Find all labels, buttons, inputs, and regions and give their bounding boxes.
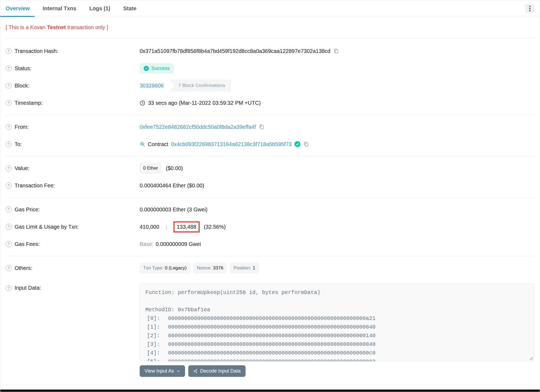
status-text: Success [151, 66, 170, 71]
tab-state[interactable]: State [123, 5, 136, 12]
status-badge: Success [140, 63, 174, 74]
row-transaction-fee: ? Transaction Fee: 0.000400464 Ether ($0… [6, 177, 534, 194]
row-label: Input Data: [15, 285, 41, 291]
kebab-menu-button[interactable] [525, 4, 534, 13]
warning-bold: Testnet [47, 24, 66, 30]
txn-type-badge: Txn Type: 0 (Legacy) [140, 263, 190, 273]
help-icon[interactable]: ? [6, 83, 12, 89]
badge-value: 3376 [213, 265, 223, 271]
row-label: Transaction Fee: [15, 183, 55, 189]
row-label: From: [15, 124, 29, 130]
to-address-link[interactable]: 0x4cb093f226983713164a62138c3f718a5b595f… [171, 141, 292, 147]
kebab-dot [529, 10, 531, 11]
input-word-row: [2]:000000000000000000000000000000000000… [145, 332, 529, 340]
row-timestamp: ? Timestamp: 33 secs ago (Mar-11-2022 03… [6, 94, 534, 111]
badge-label: Nonce: [197, 265, 212, 271]
row-label: Value: [15, 165, 29, 171]
badge-label: Txn Type: [143, 265, 163, 271]
label-transaction-hash: ? Transaction Hash: [6, 48, 140, 54]
usd-value-text: ($0.00) [166, 165, 183, 171]
help-icon[interactable]: ? [6, 183, 12, 188]
row-block: ? Block: 30328606 7 Block Confirmations [6, 77, 534, 94]
label-gas-fees: ? Gas Fees: [6, 241, 140, 247]
copy-icon[interactable] [303, 141, 309, 147]
help-icon[interactable]: ? [6, 141, 12, 147]
help-icon[interactable]: ? [6, 65, 12, 71]
row-label: Gas Price: [15, 207, 40, 213]
nonce-badge: Nonce: 3376 [193, 263, 227, 273]
help-icon[interactable]: ? [6, 48, 12, 54]
badge-value: 1 [253, 265, 255, 271]
label-to: ? To: [6, 141, 140, 147]
kebab-dot [529, 6, 531, 7]
decode-input-data-label: Decode Input Data [200, 368, 241, 374]
label-timestamp: ? Timestamp: [6, 100, 140, 106]
input-word-row: [0]:000000000000000000000000000000000000… [145, 314, 529, 323]
check-circle-icon [144, 66, 149, 71]
divider [6, 197, 534, 198]
input-data-textarea[interactable]: Function: performUpkeep(uint256 id, byte… [140, 283, 534, 361]
help-icon[interactable]: ? [6, 285, 12, 291]
resize-handle[interactable] [529, 356, 533, 360]
row-label: Timestamp: [15, 100, 43, 106]
row-label: Transaction Hash: [15, 48, 58, 54]
help-icon[interactable]: ? [6, 224, 12, 230]
help-icon[interactable]: ? [6, 241, 12, 247]
input-methodid-line: MethodID: 0x7bbaf1ea [145, 306, 529, 314]
warning-suffix: transaction only ] [66, 24, 108, 30]
divider [6, 115, 534, 115]
testnet-warning: [ This is a Kovan Testnet transaction on… [0, 17, 540, 38]
tab-internal-txns[interactable]: Internal Txns [43, 5, 76, 12]
from-address-link[interactable]: 0xfee7522e8482682cf50ddc50a0f8da2a39effa… [140, 124, 256, 130]
tab-overview[interactable]: Overview [6, 5, 30, 12]
help-icon[interactable]: ? [6, 100, 12, 106]
ether-value-badge: 0 Ether [140, 163, 162, 174]
row-to: ? To: Contract 0x4cb093f226983713164a621… [6, 136, 534, 153]
annotation-red-box: 133,488 [173, 221, 199, 232]
gas-fees-base-label: Base: [140, 241, 153, 247]
help-icon[interactable]: ? [6, 207, 12, 212]
row-label: Others: [15, 265, 32, 271]
block-confirmations-badge: 7 Block Confirmations [170, 80, 231, 92]
gas-fees-base-value: 0.000000009 Gwei [156, 241, 201, 247]
input-data-actions: View Input As Decode Input Data [140, 365, 534, 377]
label-block: ? Block: [6, 83, 140, 89]
row-label: Gas Limit & Usage by Txn: [15, 224, 79, 230]
block-number-link[interactable]: 30328606 [140, 83, 164, 89]
zoom-in-icon[interactable] [140, 141, 145, 147]
label-from: ? From: [6, 124, 140, 130]
help-icon[interactable]: ? [6, 265, 12, 271]
decode-input-data-button[interactable]: Decode Input Data [188, 365, 246, 377]
row-label: Gas Fees: [15, 241, 39, 247]
copy-icon[interactable] [333, 48, 339, 54]
label-input-data: ? Input Data: [6, 283, 140, 291]
to-contract-prefix: Contract [148, 141, 168, 147]
row-label: Status: [15, 65, 31, 72]
view-input-as-button[interactable]: View Input As [140, 365, 185, 377]
help-icon[interactable]: ? [6, 165, 12, 171]
transaction-hash-value: 0x371a51097fb78df856f8b4a7bd459f192d8cc8… [140, 48, 330, 54]
label-others: ? Others: [6, 265, 140, 271]
label-status: ? Status: [6, 65, 140, 72]
row-transaction-hash: ? Transaction Hash: 0x371a51097fb78df856… [6, 42, 534, 60]
input-word-row: [3]:000000000000000000000000000000000000… [145, 340, 529, 349]
transaction-fee-value: 0.000400464 Ether ($0.00) [140, 183, 204, 189]
copy-icon[interactable] [259, 124, 264, 130]
gas-used-value: 133,488 [177, 224, 196, 230]
bottom-bar [0, 390, 540, 392]
help-icon[interactable]: ? [6, 124, 12, 130]
tab-logs[interactable]: Logs (1) [89, 5, 110, 12]
position-badge: Position: 1 [230, 263, 259, 273]
details-rows: ? Transaction Hash: 0x371a51097fb78df856… [0, 39, 540, 361]
label-value: ? Value: [6, 165, 140, 171]
input-word-row: [1]:000000000000000000000000000000000000… [145, 323, 529, 332]
input-word-row: [5]:000000000000000000000000000000000000… [145, 357, 529, 361]
clock-icon [140, 100, 145, 106]
row-gas-fees: ? Gas Fees: Base: 0.000000009 Gwei [6, 235, 534, 253]
badge-value: 0 (Legacy) [165, 265, 186, 271]
view-input-as-label: View Input As [145, 368, 174, 374]
chevron-down-icon [176, 369, 180, 373]
input-function-line: Function: performUpkeep(uint256 id, byte… [145, 288, 529, 297]
label-transaction-fee: ? Transaction Fee: [6, 183, 140, 189]
decode-icon [193, 369, 198, 373]
